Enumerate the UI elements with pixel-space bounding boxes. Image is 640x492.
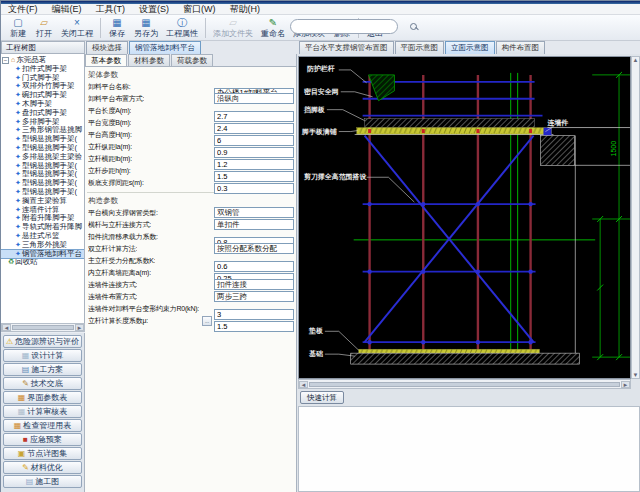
tree-item[interactable]: ✦扣件式脚手架 (1, 65, 84, 74)
tree-item[interactable]: ✦碗扣式脚手架 (1, 91, 84, 100)
tree-item[interactable]: ✦悬挂式吊篮 (1, 232, 84, 241)
tree-item[interactable]: ✦双排外竹脚手架 (1, 82, 84, 91)
tree-recycle-bin[interactable]: ♻回收站 (1, 258, 84, 267)
field-label: 板底支撑间距s(m): (88, 178, 144, 188)
button-construction-drawing[interactable]: ▤施工图 (3, 475, 82, 488)
tree-item[interactable]: ✦导轨式附着升降脚 (1, 223, 84, 232)
button-material-optimize[interactable]: ✎材料优化 (3, 461, 82, 474)
scroll-right-icon[interactable]: ► (621, 381, 630, 388)
module-node-icon: ✦ (15, 206, 21, 215)
toolbar-button-label: 保存 (109, 29, 125, 38)
scroll-left-icon[interactable]: ◄ (2, 324, 11, 331)
field-helper-button[interactable]: ... (202, 316, 212, 326)
search-input[interactable] (291, 21, 409, 33)
menu-item-1[interactable]: 编辑(E) (45, 4, 89, 15)
toolbar-close-project-button[interactable]: ×关闭工程 (57, 17, 97, 38)
scroll-down-icon[interactable]: ▼ (633, 372, 639, 378)
tree-item[interactable]: ✦多排脚手架 (1, 118, 84, 127)
tree-expander-icon[interactable]: − (2, 57, 9, 64)
dropdown-field[interactable]: 单扣件 (214, 219, 294, 230)
scroll-left-icon[interactable]: ◄ (299, 381, 308, 388)
parameter-tab-0[interactable]: 基本参数 (85, 54, 127, 66)
dropdown-field[interactable]: 扣件连接 (214, 279, 294, 290)
cad-view-tab-2[interactable]: 立面示意图 (445, 41, 495, 54)
menu-item-5[interactable]: 帮助(H) (223, 4, 268, 15)
document-buttons-panel: ⚠危险源辨识与评价▦设计计算▤施工方案✎技术交底▦界面参数表▦计算审核表▦检查管… (1, 333, 85, 492)
module-tab-0[interactable]: 模块选择 (86, 41, 128, 54)
menu-item-0[interactable]: 文件(F) (1, 4, 45, 15)
field-text (214, 303, 294, 314)
form-row: 连墙件布置方式:两步三跨 (85, 291, 296, 303)
cad-vertical-scrollbar[interactable]: ▲ ▼ (631, 56, 640, 379)
scroll-right-icon[interactable]: ► (75, 324, 84, 331)
dropdown-field[interactable]: 双钢管 (214, 207, 294, 218)
scroll-thumb[interactable] (12, 325, 74, 330)
rename-icon: ✎ (269, 18, 277, 29)
toolbar-button-label: 打开 (36, 29, 52, 38)
text-field[interactable] (214, 321, 294, 332)
tree-item[interactable]: ✦型钢悬挑脚手架( (1, 162, 84, 171)
tree-item[interactable]: ✦型钢悬挑脚手架( (1, 170, 84, 179)
toolbar-save-as-button[interactable]: ▦另存为 (130, 17, 162, 38)
tree-item[interactable]: ✦型钢悬挑脚手架( (1, 188, 84, 197)
button-label: 计算审核表 (27, 406, 67, 417)
tree-item[interactable]: ✦附着升降脚手架 (1, 214, 84, 223)
button-ui-parameter-table[interactable]: ▦界面参数表 (3, 391, 82, 404)
tree-item[interactable]: ✦型钢悬挑脚手架( (1, 144, 84, 153)
tree-item[interactable]: ✦门式脚手架 (1, 74, 84, 83)
cad-annotation: 脚手板满铺 (301, 128, 338, 136)
toolbar-open-folder-button[interactable]: ▱打开 (31, 17, 57, 38)
field-label: 扣件抗滑移承载力系数: (88, 232, 158, 242)
field-label: 立杆步距h(m): (88, 166, 131, 176)
tree-item[interactable]: ✦多排悬挑架主梁验 (1, 153, 84, 162)
dropdown-field[interactable]: 沿纵向 (214, 93, 294, 104)
dropdown-field[interactable]: 按照分配系数分配 (214, 243, 294, 254)
button-check-table[interactable]: ▦检查管理用表 (3, 419, 82, 432)
toolbar-new-document-button[interactable]: ▢新建 (5, 17, 31, 38)
tree-root-node[interactable]: −⌂东莞品茗 (1, 56, 84, 65)
scroll-up-icon[interactable]: ▲ (633, 57, 639, 63)
cad-view-tab-0[interactable]: 平台水平支撑钢管布置图 (299, 41, 394, 54)
button-tech-disclosure[interactable]: ✎技术交底 (3, 377, 82, 390)
scroll-thumb[interactable] (309, 382, 620, 387)
construction-plan-icon: ▤ (22, 366, 30, 374)
module-tab-1[interactable]: 钢管落地卸料平台 (129, 41, 201, 54)
cad-horizontal-scrollbar[interactable]: ◄ ► (298, 379, 631, 389)
toolbar-project-properties-button[interactable]: ⓘ工程属性 (162, 17, 202, 38)
tree-item[interactable]: ✦型钢悬挑脚手架( (1, 135, 84, 144)
tree-item[interactable]: ✦木脚手架 (1, 100, 84, 109)
tree-item[interactable]: ✦钢管落地卸料平台 (1, 250, 84, 259)
parameter-tab-2[interactable]: 荷载参数 (171, 54, 213, 66)
text-field[interactable] (214, 183, 294, 194)
tree-item[interactable]: ✦搁置主梁验算 (1, 197, 84, 206)
tree-item[interactable]: ✦三角形外挑架 (1, 241, 84, 250)
quick-calc-button[interactable]: 快速计算 (300, 391, 344, 404)
tree-item[interactable]: ✦连墙件计算 (1, 206, 84, 215)
toolbar-save-button[interactable]: ▦保存 (104, 17, 130, 38)
cad-view-tab-1[interactable]: 平面示意图 (395, 41, 445, 54)
button-warning[interactable]: ⚠危险源辨识与评价 (3, 335, 82, 348)
dropdown-field[interactable]: 两步三跨 (214, 291, 294, 302)
home-icon: ⌂ (11, 56, 15, 65)
cad-view-tab-3[interactable]: 构件布置图 (496, 41, 546, 54)
menu-item-4[interactable]: 窗口(W) (176, 4, 223, 15)
menu-item-2[interactable]: 工具(T) (89, 4, 133, 15)
field-label: 平台长度A(m): (88, 106, 131, 116)
button-node-detail[interactable]: ▣节点详图集 (3, 447, 82, 460)
button-emergency-plan[interactable]: ■应急预案 (3, 433, 82, 446)
field-label: 主立杆受力分配系数K: (88, 256, 155, 266)
tree-item[interactable]: ✦三角形钢管悬挑脚 (1, 126, 84, 135)
check-table-icon: ▦ (14, 422, 22, 430)
button-design-calc[interactable]: ▦设计计算 (3, 349, 82, 362)
calc-audit-table-icon: ▦ (18, 408, 26, 416)
tree-horizontal-scrollbar[interactable]: ◄ ► (1, 323, 85, 332)
button-construction-plan[interactable]: ▤施工方案 (3, 363, 82, 376)
tree-item[interactable]: ✦盘扣式脚手架 (1, 109, 84, 118)
toolbar-rename-button[interactable]: ✎重命名 (257, 17, 289, 38)
field-label: 连墙件对卸料平台变形约束力R0(kN): (88, 304, 199, 314)
parameter-tab-1[interactable]: 材料参数 (128, 54, 170, 66)
tree-item[interactable]: ✦型钢悬挑脚手架( (1, 179, 84, 188)
cad-canvas[interactable]: 防护栏杆密目安全网挡脚板脚手板满铺连墙件剪刀撑全高范围搭设垫板基础 1500 (298, 56, 631, 379)
button-calc-audit-table[interactable]: ▦计算审核表 (3, 405, 82, 418)
menu-item-3[interactable]: 设置(S) (132, 4, 176, 15)
